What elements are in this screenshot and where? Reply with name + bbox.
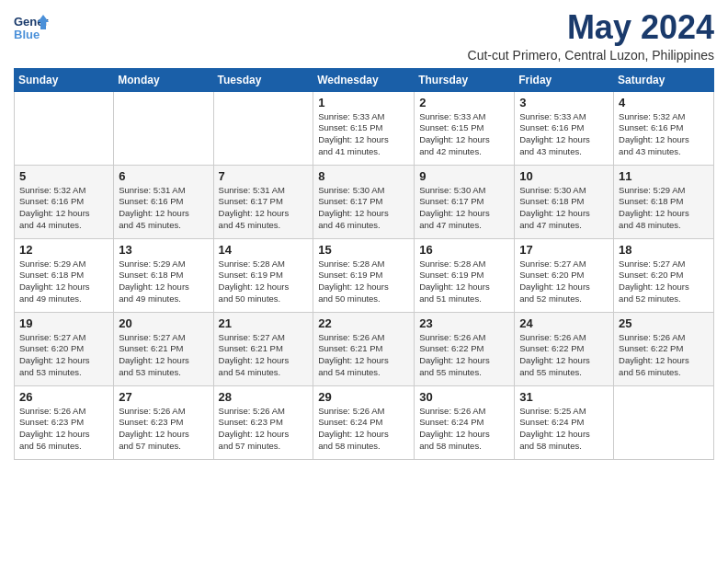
calendar-cell-3-2: 21Sunrise: 5:27 AMSunset: 6:21 PMDayligh… <box>213 312 313 385</box>
calendar-cell-2-4: 16Sunrise: 5:28 AMSunset: 6:19 PMDayligh… <box>415 238 515 312</box>
day-info-3-5: Sunrise: 5:26 AMSunset: 6:22 PMDaylight:… <box>519 332 609 379</box>
calendar-header-row: Sunday Monday Tuesday Wednesday Thursday… <box>15 68 714 91</box>
logo-svg: General Blue <box>14 13 49 46</box>
calendar-cell-3-3: 22Sunrise: 5:26 AMSunset: 6:21 PMDayligh… <box>313 312 415 385</box>
day-info-4-0: Sunrise: 5:26 AMSunset: 6:23 PMDaylight:… <box>19 406 108 453</box>
day-info-3-1: Sunrise: 5:27 AMSunset: 6:21 PMDaylight:… <box>119 332 208 379</box>
day-info-4-1: Sunrise: 5:26 AMSunset: 6:23 PMDaylight:… <box>119 406 208 453</box>
day-number-2: 2 <box>419 96 509 109</box>
calendar-cell-4-6 <box>614 385 714 459</box>
calendar-cell-2-0: 12Sunrise: 5:29 AMSunset: 6:18 PMDayligh… <box>15 238 114 312</box>
day-number-19: 19 <box>19 316 108 330</box>
day-number-11: 11 <box>619 169 709 183</box>
day-number-24: 24 <box>519 316 609 330</box>
day-info-4-4: Sunrise: 5:26 AMSunset: 6:24 PMDaylight:… <box>419 406 509 453</box>
svg-text:Blue: Blue <box>14 28 40 41</box>
title-section: May 2024 Cut-cut Primero, Central Luzon,… <box>468 9 714 63</box>
calendar-cell-1-6: 11Sunrise: 5:29 AMSunset: 6:18 PMDayligh… <box>614 165 714 238</box>
day-info-3-0: Sunrise: 5:27 AMSunset: 6:20 PMDaylight:… <box>19 332 108 379</box>
calendar-cell-2-6: 18Sunrise: 5:27 AMSunset: 6:20 PMDayligh… <box>614 238 714 312</box>
day-number-12: 12 <box>19 243 108 257</box>
day-number-9: 9 <box>419 169 509 183</box>
day-number-30: 30 <box>419 390 509 404</box>
week-row-0: 1Sunrise: 5:33 AMSunset: 6:15 PMDaylight… <box>15 91 714 165</box>
calendar-cell-4-1: 27Sunrise: 5:26 AMSunset: 6:23 PMDayligh… <box>114 385 213 459</box>
day-number-18: 18 <box>619 243 709 257</box>
day-number-13: 13 <box>119 243 208 257</box>
header-tuesday: Tuesday <box>213 68 313 91</box>
calendar-cell-4-3: 29Sunrise: 5:26 AMSunset: 6:24 PMDayligh… <box>313 385 415 459</box>
header-wednesday: Wednesday <box>313 68 415 91</box>
header-saturday: Saturday <box>614 68 714 91</box>
day-number-4: 4 <box>619 96 709 109</box>
calendar-cell-1-1: 6Sunrise: 5:31 AMSunset: 6:16 PMDaylight… <box>114 165 213 238</box>
calendar-cell-2-2: 14Sunrise: 5:28 AMSunset: 6:19 PMDayligh… <box>213 238 313 312</box>
day-info-0-3: Sunrise: 5:33 AMSunset: 6:15 PMDaylight:… <box>318 111 409 158</box>
calendar-cell-3-1: 20Sunrise: 5:27 AMSunset: 6:21 PMDayligh… <box>114 312 213 385</box>
day-number-31: 31 <box>519 390 609 404</box>
calendar-cell-4-5: 31Sunrise: 5:25 AMSunset: 6:24 PMDayligh… <box>515 385 614 459</box>
calendar-cell-3-6: 25Sunrise: 5:26 AMSunset: 6:22 PMDayligh… <box>614 312 714 385</box>
header-friday: Friday <box>515 68 614 91</box>
day-info-0-6: Sunrise: 5:32 AMSunset: 6:16 PMDaylight:… <box>619 111 709 158</box>
week-row-3: 19Sunrise: 5:27 AMSunset: 6:20 PMDayligh… <box>15 312 714 385</box>
day-info-3-6: Sunrise: 5:26 AMSunset: 6:22 PMDaylight:… <box>619 332 709 379</box>
calendar-cell-2-5: 17Sunrise: 5:27 AMSunset: 6:20 PMDayligh… <box>515 238 614 312</box>
day-info-1-0: Sunrise: 5:32 AMSunset: 6:16 PMDaylight:… <box>19 185 108 232</box>
day-number-14: 14 <box>219 243 309 257</box>
header-monday: Monday <box>114 68 213 91</box>
day-number-7: 7 <box>219 169 309 183</box>
day-info-0-5: Sunrise: 5:33 AMSunset: 6:16 PMDaylight:… <box>519 111 609 158</box>
day-number-3: 3 <box>519 96 609 109</box>
calendar-cell-3-5: 24Sunrise: 5:26 AMSunset: 6:22 PMDayligh… <box>515 312 614 385</box>
day-number-5: 5 <box>19 169 108 183</box>
day-info-1-2: Sunrise: 5:31 AMSunset: 6:17 PMDaylight:… <box>219 185 309 232</box>
calendar-cell-1-3: 8Sunrise: 5:30 AMSunset: 6:17 PMDaylight… <box>313 165 415 238</box>
day-number-27: 27 <box>119 390 208 404</box>
calendar-cell-1-5: 10Sunrise: 5:30 AMSunset: 6:18 PMDayligh… <box>515 165 614 238</box>
day-info-2-3: Sunrise: 5:28 AMSunset: 6:19 PMDaylight:… <box>318 259 409 305</box>
calendar-cell-2-1: 13Sunrise: 5:29 AMSunset: 6:18 PMDayligh… <box>114 238 213 312</box>
calendar-cell-0-3: 1Sunrise: 5:33 AMSunset: 6:15 PMDaylight… <box>313 91 415 165</box>
day-number-25: 25 <box>619 316 709 330</box>
day-info-1-3: Sunrise: 5:30 AMSunset: 6:17 PMDaylight:… <box>318 185 409 232</box>
month-title: May 2024 <box>468 9 714 46</box>
day-info-1-1: Sunrise: 5:31 AMSunset: 6:16 PMDaylight:… <box>119 185 208 232</box>
day-number-23: 23 <box>419 316 509 330</box>
day-info-2-4: Sunrise: 5:28 AMSunset: 6:19 PMDaylight:… <box>419 259 509 305</box>
logo: General Blue <box>14 13 49 46</box>
calendar-cell-1-0: 5Sunrise: 5:32 AMSunset: 6:16 PMDaylight… <box>15 165 114 238</box>
calendar-cell-4-4: 30Sunrise: 5:26 AMSunset: 6:24 PMDayligh… <box>415 385 515 459</box>
day-info-4-2: Sunrise: 5:26 AMSunset: 6:23 PMDaylight:… <box>219 406 309 453</box>
day-info-0-4: Sunrise: 5:33 AMSunset: 6:15 PMDaylight:… <box>419 111 509 158</box>
day-number-21: 21 <box>219 316 309 330</box>
day-info-2-5: Sunrise: 5:27 AMSunset: 6:20 PMDaylight:… <box>519 259 609 305</box>
day-info-2-0: Sunrise: 5:29 AMSunset: 6:18 PMDaylight:… <box>19 259 108 305</box>
calendar-cell-3-0: 19Sunrise: 5:27 AMSunset: 6:20 PMDayligh… <box>15 312 114 385</box>
day-number-17: 17 <box>519 243 609 257</box>
day-info-3-4: Sunrise: 5:26 AMSunset: 6:22 PMDaylight:… <box>419 332 509 379</box>
day-number-20: 20 <box>119 316 208 330</box>
day-number-22: 22 <box>318 316 409 330</box>
calendar-cell-0-0 <box>15 91 114 165</box>
day-number-29: 29 <box>318 390 409 404</box>
calendar-cell-0-4: 2Sunrise: 5:33 AMSunset: 6:15 PMDaylight… <box>415 91 515 165</box>
day-number-1: 1 <box>318 96 409 109</box>
week-row-4: 26Sunrise: 5:26 AMSunset: 6:23 PMDayligh… <box>15 385 714 459</box>
week-row-1: 5Sunrise: 5:32 AMSunset: 6:16 PMDaylight… <box>15 165 714 238</box>
day-info-3-2: Sunrise: 5:27 AMSunset: 6:21 PMDaylight:… <box>219 332 309 379</box>
day-info-2-2: Sunrise: 5:28 AMSunset: 6:19 PMDaylight:… <box>219 259 309 305</box>
day-number-15: 15 <box>318 243 409 257</box>
day-info-4-3: Sunrise: 5:26 AMSunset: 6:24 PMDaylight:… <box>318 406 409 453</box>
day-info-1-6: Sunrise: 5:29 AMSunset: 6:18 PMDaylight:… <box>619 185 709 232</box>
week-row-2: 12Sunrise: 5:29 AMSunset: 6:18 PMDayligh… <box>15 238 714 312</box>
calendar-cell-0-2 <box>213 91 313 165</box>
page: General Blue May 2024 Cut-cut Primero, C… <box>0 0 728 469</box>
day-info-1-5: Sunrise: 5:30 AMSunset: 6:18 PMDaylight:… <box>519 185 609 232</box>
day-number-16: 16 <box>419 243 509 257</box>
day-info-1-4: Sunrise: 5:30 AMSunset: 6:17 PMDaylight:… <box>419 185 509 232</box>
day-info-2-1: Sunrise: 5:29 AMSunset: 6:18 PMDaylight:… <box>119 259 208 305</box>
day-info-3-3: Sunrise: 5:26 AMSunset: 6:21 PMDaylight:… <box>318 332 409 379</box>
calendar: Sunday Monday Tuesday Wednesday Thursday… <box>14 68 714 460</box>
calendar-cell-1-2: 7Sunrise: 5:31 AMSunset: 6:17 PMDaylight… <box>213 165 313 238</box>
